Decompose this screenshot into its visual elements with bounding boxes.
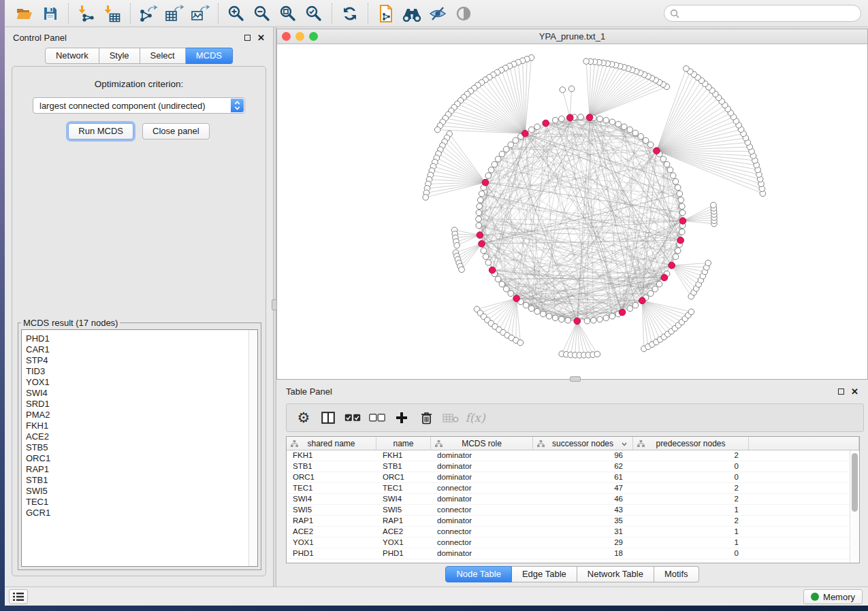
close-panel-icon[interactable]: ✕ [851, 389, 858, 395]
table-row[interactable]: YOX1YOX1connector291 [287, 538, 850, 548]
mcds-result-item[interactable]: TEC1 [26, 497, 257, 508]
search-input[interactable] [683, 9, 855, 18]
network-node[interactable] [485, 173, 492, 179]
deselect-all-icon[interactable] [367, 409, 387, 427]
column-header-MCDS-role[interactable]: MCDS role [431, 437, 533, 450]
network-node[interactable] [560, 87, 566, 93]
network-node[interactable] [559, 316, 565, 323]
network-node[interactable] [594, 351, 600, 357]
mcds-result-item[interactable]: PHD1 [26, 333, 257, 344]
network-node[interactable] [479, 191, 485, 197]
mcds-dominator-node[interactable] [522, 130, 529, 137]
mcds-result-item[interactable]: SRD1 [26, 399, 257, 410]
mcds-result-listbox[interactable]: PHD1CAR1STP4TID3YOX1SWI4SRD1PMA2FKH1ACE2… [21, 329, 258, 567]
zoom-fit-icon[interactable] [278, 3, 298, 24]
network-node[interactable] [528, 306, 534, 312]
network-node[interactable] [705, 260, 711, 266]
mcds-result-item[interactable]: GCR1 [26, 508, 257, 518]
network-node[interactable] [517, 340, 524, 346]
zoom-out-icon[interactable] [252, 3, 272, 24]
mcds-dominator-node[interactable] [669, 262, 675, 269]
network-node[interactable] [503, 146, 509, 152]
network-node[interactable] [565, 318, 571, 324]
network-canvas[interactable] [277, 44, 867, 379]
hide-panels-icon[interactable] [428, 3, 448, 24]
table-row[interactable]: ACE2ACE2connector311 [287, 527, 850, 538]
network-node[interactable] [423, 195, 429, 201]
tab-network[interactable]: Network [45, 48, 99, 64]
network-node[interactable] [647, 142, 654, 148]
select-all-icon[interactable] [342, 409, 363, 427]
network-node[interactable] [627, 306, 633, 312]
apply-layout-icon[interactable] [340, 3, 360, 24]
network-node[interactable] [513, 137, 519, 144]
network-graph[interactable] [277, 44, 867, 379]
network-node[interactable] [597, 316, 603, 323]
float-panel-icon[interactable] [838, 389, 844, 395]
network-node[interactable] [679, 210, 686, 216]
network-node[interactable] [632, 302, 639, 308]
network-node[interactable] [603, 117, 609, 123]
network-node[interactable] [477, 197, 483, 203]
mcds-dominator-node[interactable] [482, 179, 489, 186]
network-node[interactable] [597, 116, 603, 122]
panel-list-button[interactable] [9, 589, 28, 604]
network-node[interactable] [675, 248, 681, 254]
network-node[interactable] [627, 127, 633, 133]
network-node[interactable] [552, 117, 558, 123]
mcds-dominator-node[interactable] [586, 114, 593, 121]
mcds-result-item[interactable]: STB1 [26, 475, 257, 486]
network-node[interactable] [481, 248, 487, 254]
network-node[interactable] [677, 191, 683, 197]
network-node[interactable] [632, 130, 639, 136]
open-session-icon[interactable] [14, 3, 35, 24]
import-table-icon[interactable] [102, 3, 123, 24]
network-node[interactable] [656, 281, 662, 287]
network-node[interactable] [679, 229, 686, 235]
tab-mcds[interactable]: MCDS [186, 48, 233, 64]
mcds-dominator-node[interactable] [654, 148, 660, 154]
run-mcds-button[interactable]: Run MCDS [68, 123, 133, 139]
network-node[interactable] [591, 318, 597, 324]
mcds-dominator-node[interactable] [477, 232, 483, 239]
network-node[interactable] [476, 210, 482, 216]
mcds-result-item[interactable]: TID3 [26, 366, 257, 377]
table-row[interactable]: PHD1PHD1dominator180 [287, 548, 850, 559]
mcds-dominator-node[interactable] [489, 267, 496, 274]
horizontal-splitter-grip[interactable] [570, 376, 581, 382]
mcds-dominator-node[interactable] [567, 114, 574, 121]
table-row[interactable]: RAP1RAP1dominator352 [287, 516, 850, 527]
network-node[interactable] [434, 127, 440, 133]
network-node[interactable] [711, 202, 717, 208]
mcds-list-scrollbar[interactable] [248, 330, 257, 566]
network-node[interactable] [495, 276, 501, 282]
network-node[interactable] [688, 309, 694, 315]
table-row[interactable]: TEC1TEC1connector472 [287, 483, 850, 494]
find-icon[interactable] [402, 3, 422, 24]
network-node[interactable] [488, 167, 494, 173]
network-node[interactable] [495, 156, 501, 163]
network-node[interactable] [584, 318, 590, 324]
add-row-icon[interactable] [391, 409, 412, 427]
column-header-shared-name[interactable]: shared name [287, 437, 376, 450]
export-network-icon[interactable] [138, 3, 159, 24]
mcds-dominator-node[interactable] [661, 274, 668, 281]
network-node[interactable] [508, 142, 514, 148]
table-tab-edge-table[interactable]: Edge Table [512, 566, 577, 582]
mcds-result-item[interactable]: ACE2 [26, 431, 257, 442]
network-node[interactable] [552, 315, 558, 321]
column-header-name[interactable]: name [376, 437, 431, 450]
mcds-result-item[interactable]: ORC1 [26, 453, 257, 464]
network-node[interactable] [578, 114, 584, 120]
search-field[interactable] [664, 5, 861, 22]
mcds-dominator-node[interactable] [574, 318, 581, 325]
table-tab-motifs[interactable]: Motifs [654, 566, 699, 582]
mcds-dominator-node[interactable] [513, 295, 520, 302]
network-node[interactable] [678, 197, 684, 203]
mcds-dominator-node[interactable] [479, 241, 485, 248]
network-node[interactable] [684, 66, 690, 72]
network-node[interactable] [546, 313, 552, 319]
zoom-in-icon[interactable] [226, 3, 246, 24]
network-node[interactable] [541, 311, 547, 317]
mcds-result-item[interactable]: YOX1 [26, 377, 257, 388]
